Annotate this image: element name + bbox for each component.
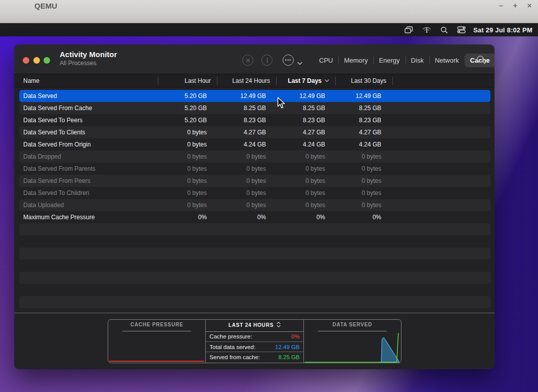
menubar-clock[interactable]: Sat 29 Jul 8:02 PM (473, 26, 532, 34)
table-row-data-served[interactable]: Data Served 5.20 GB 12.49 GB 12.49 GB 12… (19, 90, 490, 102)
window-title-block: Activity Monitor All Processes (60, 50, 117, 67)
qemu-titlebar: QEMU – + × (0, 0, 538, 23)
stat-total-data-served: Total data served: 12.49 GB (206, 341, 303, 352)
more-options-button[interactable]: ••• (283, 55, 294, 66)
table-row-data-served-to-children[interactable]: Data Served To Children 0 bytes 0 bytes … (19, 187, 490, 199)
table-row-data-served-from-cache[interactable]: Data Served From Cache 5.20 GB 8.25 GB 8… (19, 102, 490, 114)
empty-row-stripe (19, 223, 490, 235)
table-body: Data Served 5.20 GB 12.49 GB 12.49 GB 12… (14, 88, 495, 308)
minimize-traffic-light[interactable] (33, 57, 40, 64)
chevron-down-icon[interactable] (297, 58, 302, 67)
wifi-icon[interactable] (418, 23, 436, 36)
empty-row (19, 235, 490, 248)
close-traffic-light[interactable] (23, 57, 29, 64)
table-row-data-served-from-origin[interactable]: Data Served From Origin 0 bytes 4.24 GB … (19, 138, 490, 151)
column-header-last-24-hours[interactable]: Last 24 Hours (217, 74, 277, 87)
cache-pressure-title: CACHE PRESSURE (108, 322, 205, 327)
empty-row-stripe (19, 272, 490, 284)
up-down-chevron-icon (277, 322, 281, 328)
maximize-button[interactable]: + (511, 1, 520, 10)
tab-network[interactable]: Network (429, 54, 465, 67)
tab-memory[interactable]: Memory (338, 54, 373, 67)
quit-process-button[interactable] (242, 55, 253, 66)
stat-cache-pressure: Cache pressure: 0% (206, 331, 303, 341)
inspect-process-button[interactable] (261, 55, 273, 66)
minimize-button[interactable]: – (497, 1, 506, 10)
window-switcher-icon[interactable] (400, 23, 418, 36)
column-header-name[interactable]: Name (14, 74, 158, 87)
data-served-panel: DATA SERVED (303, 320, 401, 363)
table-row-data-dropped[interactable]: Data Dropped 0 bytes 0 bytes 0 bytes 0 b… (19, 151, 490, 163)
tab-disk[interactable]: Disk (406, 54, 429, 67)
empty-row-stripe (19, 296, 490, 308)
data-served-graph (304, 332, 400, 363)
tab-energy[interactable]: Energy (373, 54, 405, 67)
macos-menubar: Sat 29 Jul 8:02 PM (0, 23, 538, 36)
table-row-data-uploaded[interactable]: Data Uploaded 0 bytes 0 bytes 0 bytes 0 … (19, 199, 490, 211)
mouse-cursor (277, 97, 286, 110)
title-underline (318, 331, 387, 331)
table-header: Name Last Hour Last 24 Hours Last 7 Days… (14, 74, 495, 87)
window-titlebar: Activity Monitor All Processes ••• CPU M… (14, 44, 495, 74)
stats-panel: LAST 24 HOURS Cache pressure: 0% Total d… (205, 320, 303, 363)
stats-period-selector[interactable]: LAST 24 HOURS (206, 322, 303, 328)
view-tabs: CPU Memory Energy Disk Network Cache (313, 54, 495, 67)
qemu-title: QEMU (34, 2, 57, 10)
sort-chevron-icon (325, 79, 329, 82)
table-row-data-served-to-clients[interactable]: Data Served To Clients 0 bytes 4.27 GB 4… (19, 126, 490, 138)
empty-row-stripe (19, 248, 490, 260)
activity-monitor-window: Activity Monitor All Processes ••• CPU M… (14, 44, 495, 369)
table-row-data-served-to-peers[interactable]: Data Served To Peers 5.20 GB 8.23 GB 8.2… (19, 114, 490, 126)
title-underline (122, 331, 191, 331)
empty-row (19, 260, 490, 272)
window-title: Activity Monitor (60, 50, 117, 59)
cache-pressure-panel: CACHE PRESSURE (108, 320, 205, 363)
zoom-traffic-light[interactable] (43, 57, 50, 64)
column-header-last-7-days[interactable]: Last 7 Days (277, 74, 336, 87)
table-row-data-served-from-parents[interactable]: Data Served From Parents 0 bytes 0 bytes… (19, 163, 490, 175)
stat-served-from-cache: Served from cache: 8.25 GB (206, 352, 303, 362)
control-center-icon[interactable] (453, 23, 470, 36)
table-row-data-served-from-peers[interactable]: Data Served From Peers 0 bytes 0 bytes 0… (19, 175, 490, 187)
stat-value: 0% (291, 333, 300, 339)
footer-panel: CACHE PRESSURE LAST 24 HOURS Cache (14, 313, 495, 369)
search-icon[interactable] (476, 55, 486, 67)
table-row-maximum-cache-pressure[interactable]: Maximum Cache Pressure 0% 0% 0% 0% (19, 211, 490, 223)
screen: QEMU – + × Sat 29 Jul 8:02 PM A (0, 0, 538, 392)
spotlight-icon[interactable] (436, 23, 453, 36)
column-header-last-30-days[interactable]: Last 30 Days (336, 74, 393, 87)
close-button[interactable]: × (525, 1, 534, 10)
column-divider (392, 77, 393, 85)
qemu-window-controls: – + × (497, 1, 534, 10)
footer-boxes: CACHE PRESSURE LAST 24 HOURS Cache (108, 319, 401, 363)
tab-cpu[interactable]: CPU (313, 54, 338, 67)
stat-value: 12.49 GB (275, 344, 300, 350)
column-header-last-hour[interactable]: Last Hour (158, 74, 217, 87)
cache-pressure-graph-line (109, 361, 204, 362)
stats-rows: Cache pressure: 0% Total data served: 12… (206, 331, 303, 362)
window-subtitle: All Processes (60, 60, 117, 67)
empty-row (19, 284, 490, 296)
stat-value: 8.25 GB (278, 354, 299, 360)
data-served-title: DATA SERVED (304, 322, 401, 327)
